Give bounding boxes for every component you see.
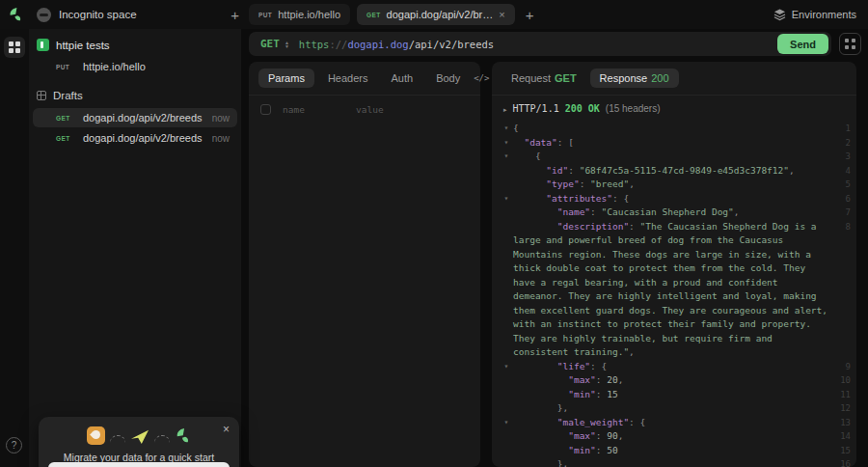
banner-illustration xyxy=(39,417,239,445)
code-generation-button[interactable] xyxy=(839,33,861,55)
response-tab-label: Response xyxy=(600,72,648,84)
param-value-input[interactable] xyxy=(356,104,452,115)
help-icon: ? xyxy=(12,440,17,451)
code-line: "max": 20,10 xyxy=(500,373,851,388)
method-badge: GET xyxy=(56,115,75,122)
line-number: 4 xyxy=(831,164,851,179)
method-dropdown-icon[interactable]: ▲▼ xyxy=(285,41,289,48)
tab-response[interactable]: Response200 xyxy=(590,69,679,88)
line-number: 6 xyxy=(831,192,851,206)
line-number: 1 xyxy=(831,122,851,136)
code-text: "min": 15 xyxy=(513,388,831,402)
environments-stack-icon xyxy=(773,8,786,21)
line-number: 3 xyxy=(831,150,851,164)
code-text: "max": 90, xyxy=(513,429,831,444)
dashed-arrow-icon xyxy=(154,435,170,443)
draft-label: dogapi.dog/api/v2/breeds xyxy=(83,112,203,124)
headers-count: (15 headers) xyxy=(606,103,661,114)
code-text: { xyxy=(513,150,831,164)
workspace-icon xyxy=(37,39,49,51)
banner-close-icon[interactable]: × xyxy=(223,424,230,435)
tab-auth[interactable]: Auth xyxy=(381,69,422,88)
code-text: "min": 50 xyxy=(513,444,831,458)
workspace-name: httpie tests xyxy=(56,40,110,51)
banner-cta-button[interactable] xyxy=(48,462,230,467)
code-text: "max": 20, xyxy=(513,373,831,388)
tab-close-icon[interactable]: × xyxy=(499,9,504,20)
httpie-logo-icon xyxy=(8,7,23,22)
fold-toggle-icon[interactable]: ▾ xyxy=(500,136,513,151)
new-tab-button[interactable]: + xyxy=(526,7,534,23)
send-button[interactable]: Send xyxy=(777,34,828,54)
sidebar-item-draft[interactable]: GET dogapi.dog/api/v2/breeds now xyxy=(33,128,237,148)
grid-dot xyxy=(9,48,14,53)
expand-headers-icon[interactable]: ▸ xyxy=(503,106,507,114)
sidebar-section-drafts[interactable]: Drafts xyxy=(29,76,241,107)
apps-grid-button[interactable] xyxy=(4,37,25,58)
tab-body[interactable]: Body xyxy=(426,69,470,88)
draft-timestamp: now xyxy=(212,113,230,124)
code-line: ▾"male_weight": {13 xyxy=(500,416,851,430)
line-number: 16 xyxy=(831,457,851,467)
fold-toggle-icon[interactable]: ▾ xyxy=(500,416,513,430)
code-lines: ▾{1▾"data": [2▾{3"id": "68f47c5a-5115-47… xyxy=(500,122,851,467)
sidebar-item-request[interactable]: PUT httpie.io/hello xyxy=(29,57,241,76)
line-number: 5 xyxy=(831,178,851,192)
code-line: ▾{1 xyxy=(500,122,851,136)
line-number: 7 xyxy=(831,206,851,220)
grid-dot xyxy=(15,41,20,46)
code-line: "max": 90,14 xyxy=(500,429,851,444)
help-button[interactable]: ? xyxy=(6,437,22,453)
code-line: },16 xyxy=(500,457,851,467)
fold-toggle-icon[interactable]: ▾ xyxy=(500,192,513,206)
request-panel-tabs: Params Headers Auth Body </> xyxy=(249,62,480,96)
code-line: "id": "68f47c5a-5115-47cd-9849-e45d3c378… xyxy=(500,164,851,179)
tab-label: dogapi.dog/api/v2/br… xyxy=(387,9,494,20)
request-tab-label: Request xyxy=(511,72,551,84)
param-checkbox[interactable] xyxy=(260,104,271,115)
tab-request[interactable]: RequestGET xyxy=(502,69,586,88)
fold-toggle-icon[interactable]: ▾ xyxy=(500,122,513,136)
environments-button[interactable]: Environments xyxy=(773,0,856,29)
request-tab-method: GET xyxy=(555,72,577,84)
code-view-icon[interactable]: </> xyxy=(474,73,489,83)
response-status-badge: 200 xyxy=(651,72,668,84)
method-badge: GET xyxy=(56,135,75,142)
code-line: ▾{3 xyxy=(500,150,851,164)
new-space-button[interactable]: + xyxy=(231,8,239,22)
code-line: },12 xyxy=(500,401,851,416)
left-rail: ? xyxy=(0,29,29,467)
url-path: /api/v2/breeds xyxy=(409,39,495,50)
migrate-banner: × Migrate your data for a quick start xyxy=(39,417,239,467)
space-switcher[interactable]: Incognito space + xyxy=(37,0,239,29)
tab-dogapi-breeds[interactable]: GET dogapi.dog/api/v2/br… × xyxy=(357,4,515,25)
code-line: "min": 1511 xyxy=(500,388,851,402)
param-name-input[interactable] xyxy=(283,104,348,115)
url-input[interactable]: https://dogapi.dog/api/v2/breeds xyxy=(299,39,777,50)
tab-httpie-hello[interactable]: PUT httpie.io/hello xyxy=(249,4,350,25)
line-number: 2 xyxy=(831,136,851,151)
method-select[interactable]: GET xyxy=(260,38,280,50)
code-text: "data": [ xyxy=(513,136,831,151)
line-number: 14 xyxy=(831,429,851,444)
drafts-label: Drafts xyxy=(53,90,83,101)
url-host: dogapi.dog xyxy=(347,39,408,50)
code-line: ▾"data": [2 xyxy=(500,136,851,151)
tab-headers[interactable]: Headers xyxy=(318,69,378,88)
response-body-viewer: ▾{1▾"data": [2▾{3"id": "68f47c5a-5115-47… xyxy=(492,116,856,467)
grid-dot xyxy=(9,41,14,46)
request-url-bar: GET ▲▼ https://dogapi.dog/api/v2/breeds … xyxy=(249,32,831,56)
line-number: 13 xyxy=(831,416,851,430)
code-dot xyxy=(845,45,849,49)
sidebar-item-draft-selected[interactable]: GET dogapi.dog/api/v2/breeds now xyxy=(33,108,237,127)
response-panel: RequestGET Response200 ▸ HTTP/1.1 200 OK… xyxy=(492,62,856,467)
sidebar-item-workspace[interactable]: httpie tests xyxy=(29,29,241,57)
code-text: }, xyxy=(513,457,831,467)
tab-params[interactable]: Params xyxy=(258,69,314,88)
fold-toggle-icon[interactable]: ▾ xyxy=(500,150,513,164)
drafts-grid-icon xyxy=(37,91,46,100)
url-scheme: https xyxy=(299,39,330,50)
response-status-line[interactable]: ▸ HTTP/1.1 200 OK (15 headers) xyxy=(492,96,856,116)
fold-toggle-icon[interactable]: ▾ xyxy=(500,360,513,374)
line-number: 8 xyxy=(831,220,851,234)
